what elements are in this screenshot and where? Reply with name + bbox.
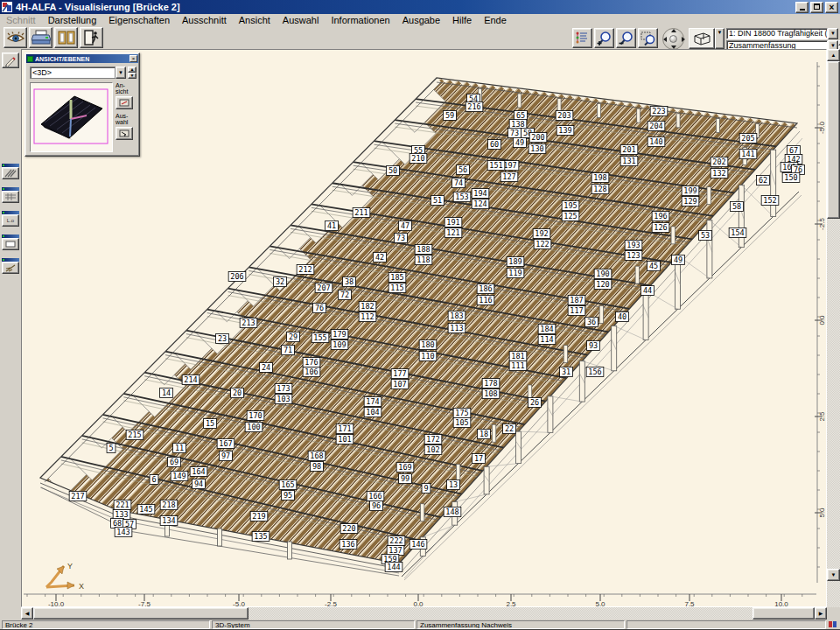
element-label[interactable]: 154 bbox=[729, 228, 746, 238]
element-label[interactable]: 109 bbox=[331, 340, 348, 350]
element-label[interactable]: 122 bbox=[534, 240, 551, 249]
element-label[interactable]: 184 bbox=[538, 325, 556, 334]
horizontal-scroll-thumb[interactable] bbox=[33, 607, 248, 620]
element-label[interactable]: 102 bbox=[424, 445, 442, 455]
element-label[interactable]: 220 bbox=[340, 524, 358, 534]
pan-left-icon[interactable] bbox=[663, 37, 667, 42]
norm-combo-value[interactable]: 1: DIN 18800 Tragfähigkeit (Th bbox=[726, 28, 828, 39]
tree-list-icon[interactable] bbox=[572, 28, 592, 48]
menu-ansicht[interactable]: Ansicht bbox=[233, 15, 276, 25]
element-label[interactable]: 121 bbox=[444, 228, 462, 238]
element-label[interactable]: 47 bbox=[399, 221, 412, 231]
element-label[interactable]: 53 bbox=[699, 231, 712, 241]
element-label[interactable]: 156 bbox=[586, 368, 604, 377]
element-label[interactable]: 126 bbox=[652, 223, 669, 233]
element-label[interactable]: 24 bbox=[260, 363, 273, 373]
element-label[interactable]: 129 bbox=[682, 197, 699, 206]
pan-right-icon[interactable] bbox=[682, 37, 685, 42]
element-label[interactable]: 198 bbox=[592, 173, 609, 183]
element-label[interactable]: 188 bbox=[415, 245, 432, 255]
element-label[interactable]: 22 bbox=[503, 424, 516, 434]
element-label[interactable]: 172 bbox=[424, 435, 442, 444]
auswahl-pick-icon[interactable] bbox=[116, 127, 133, 140]
element-label[interactable]: 20 bbox=[231, 388, 244, 398]
element-label[interactable]: 130 bbox=[528, 144, 546, 154]
element-label[interactable]: 178 bbox=[482, 379, 500, 388]
element-label[interactable]: 223 bbox=[650, 107, 668, 116]
element-label[interactable]: 94 bbox=[192, 480, 206, 489]
element-label[interactable]: 9 bbox=[422, 484, 430, 494]
scroll-left-icon[interactable]: ◀ bbox=[21, 607, 33, 620]
element-label[interactable]: 133 bbox=[113, 510, 130, 520]
element-label[interactable]: 45 bbox=[648, 262, 661, 271]
element-label[interactable]: 215 bbox=[126, 430, 144, 440]
element-label[interactable]: 212 bbox=[297, 265, 314, 275]
element-label[interactable]: 49 bbox=[672, 256, 685, 265]
element-label[interactable]: 114 bbox=[538, 335, 556, 345]
view-cube-dropdown[interactable]: ▼ bbox=[715, 28, 724, 49]
edit-pencil-icon[interactable] bbox=[2, 52, 19, 68]
element-label[interactable]: 186 bbox=[477, 284, 494, 294]
element-label[interactable]: 135 bbox=[252, 532, 270, 542]
horizontal-scroll-thumb2[interactable] bbox=[752, 607, 815, 620]
element-label[interactable]: 144 bbox=[385, 563, 402, 572]
element-label[interactable]: 164 bbox=[190, 467, 207, 477]
ansicht-ebenen-panel[interactable]: ANSICHT/EBENEN × <3D> ▼ ▲ ▼ An- sicht bbox=[24, 52, 140, 157]
element-label[interactable]: 218 bbox=[160, 500, 178, 510]
element-label[interactable]: 222 bbox=[388, 536, 405, 546]
element-label[interactable]: 176 bbox=[303, 358, 320, 368]
element-label[interactable]: 119 bbox=[507, 269, 524, 278]
element-label[interactable]: 41 bbox=[326, 221, 339, 231]
element-label[interactable]: 137 bbox=[387, 546, 404, 556]
element-label[interactable]: 15 bbox=[204, 419, 217, 429]
element-label[interactable]: 131 bbox=[620, 157, 638, 166]
element-label[interactable]: 96 bbox=[370, 501, 383, 511]
menu-informationen[interactable]: Informationen bbox=[325, 15, 396, 25]
element-label[interactable]: 40 bbox=[616, 312, 629, 322]
element-label[interactable]: 26 bbox=[528, 398, 542, 408]
close-button[interactable]: × bbox=[825, 2, 838, 13]
element-label[interactable]: 152 bbox=[761, 196, 779, 206]
drawing-canvas[interactable]: -10.0-7.5-5.0-2.50.02.55.07.510.0-5.0-2.… bbox=[21, 49, 827, 607]
element-label[interactable]: 202 bbox=[710, 158, 728, 167]
minimize-button[interactable] bbox=[795, 2, 808, 13]
scroll-right-icon[interactable]: ▶ bbox=[815, 607, 827, 620]
element-label[interactable]: 100 bbox=[245, 423, 262, 432]
element-label[interactable]: 14 bbox=[160, 388, 173, 398]
element-label[interactable]: 204 bbox=[648, 122, 665, 131]
palette-tools[interactable] bbox=[2, 258, 19, 274]
element-label[interactable]: 42 bbox=[374, 253, 387, 262]
element-label[interactable]: 117 bbox=[568, 306, 585, 316]
menu-hilfe[interactable]: Hilfe bbox=[446, 15, 478, 25]
view-spin-down[interactable]: ▼ bbox=[128, 73, 136, 79]
pan-up-icon[interactable] bbox=[671, 29, 676, 32]
bridge-3d-view[interactable]: -10.0-7.5-5.0-2.50.02.55.07.510.0-5.0-2.… bbox=[22, 50, 826, 606]
element-label[interactable]: 98 bbox=[311, 462, 324, 472]
element-label[interactable]: 32 bbox=[274, 277, 287, 287]
printer-icon[interactable] bbox=[29, 27, 52, 48]
element-label[interactable]: 187 bbox=[568, 296, 585, 305]
element-label[interactable]: 136 bbox=[340, 540, 357, 550]
element-label[interactable]: 58 bbox=[731, 202, 744, 212]
element-label[interactable]: 193 bbox=[625, 241, 642, 250]
element-label[interactable]: 68 bbox=[111, 519, 124, 528]
element-label[interactable]: 71 bbox=[282, 346, 295, 355]
menu-ende[interactable]: Ende bbox=[478, 15, 513, 25]
element-label[interactable]: 44 bbox=[641, 286, 654, 296]
element-label[interactable]: 17 bbox=[472, 454, 486, 464]
element-label[interactable]: 120 bbox=[594, 280, 612, 290]
element-label[interactable]: 183 bbox=[448, 312, 466, 321]
element-label[interactable]: 125 bbox=[562, 212, 579, 221]
element-label[interactable]: 23 bbox=[216, 334, 229, 344]
element-label[interactable]: 18 bbox=[478, 430, 491, 439]
element-label[interactable]: 173 bbox=[275, 384, 292, 394]
element-label[interactable]: 29 bbox=[287, 332, 300, 342]
element-label[interactable]: 105 bbox=[453, 418, 471, 428]
element-label[interactable]: 179 bbox=[331, 330, 348, 340]
element-label[interactable]: 205 bbox=[739, 134, 757, 144]
element-label[interactable]: 219 bbox=[250, 512, 268, 522]
element-label[interactable]: 123 bbox=[625, 251, 642, 261]
element-label[interactable]: 207 bbox=[315, 284, 332, 293]
element-label[interactable]: 151 bbox=[487, 161, 505, 171]
norm-combo-arrow-icon[interactable]: ▼ bbox=[828, 28, 838, 39]
